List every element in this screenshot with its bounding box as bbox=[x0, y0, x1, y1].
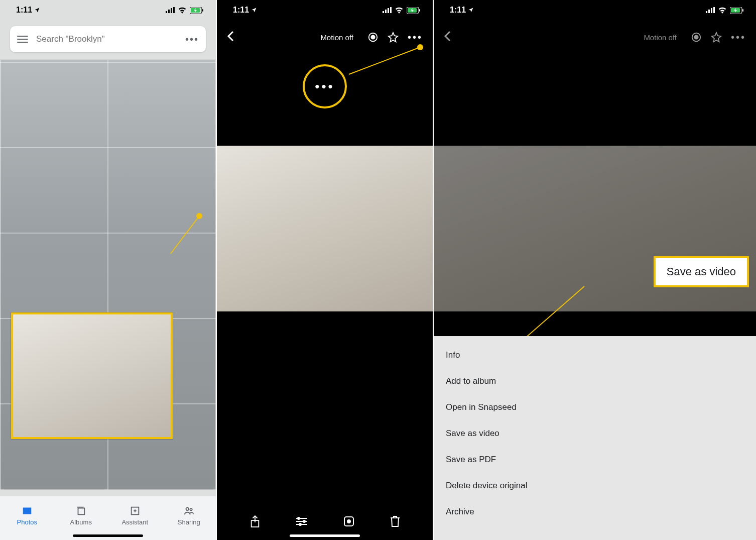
photo-grid[interactable] bbox=[0, 60, 216, 490]
location-arrow-icon bbox=[34, 7, 40, 13]
more-dots-icon: ••• bbox=[315, 79, 334, 94]
svg-rect-1 bbox=[168, 10, 170, 13]
svg-rect-14 bbox=[385, 10, 387, 13]
chevron-left-icon bbox=[444, 31, 451, 42]
svg-rect-30 bbox=[708, 10, 710, 13]
tab-label: Albums bbox=[70, 518, 92, 526]
battery-icon bbox=[730, 7, 744, 14]
chevron-left-icon bbox=[227, 31, 234, 42]
motion-toggle[interactable]: Motion off bbox=[320, 33, 353, 42]
share-icon bbox=[249, 515, 261, 528]
svg-point-11 bbox=[186, 508, 189, 511]
svg-rect-3 bbox=[173, 7, 175, 13]
menu-info[interactable]: Info bbox=[434, 342, 756, 368]
tab-photos[interactable]: Photos bbox=[0, 496, 54, 540]
more-button[interactable]: ••• bbox=[408, 32, 423, 43]
tab-label: Sharing bbox=[178, 518, 200, 526]
location-arrow-icon bbox=[468, 7, 474, 13]
status-bar: 1:11 bbox=[434, 0, 756, 20]
svg-rect-32 bbox=[713, 7, 715, 13]
favorite-button bbox=[711, 32, 722, 43]
home-indicator bbox=[290, 534, 360, 537]
svg-line-22 bbox=[349, 47, 420, 74]
svg-rect-9 bbox=[78, 508, 85, 515]
share-button[interactable] bbox=[249, 515, 261, 530]
svg-point-21 bbox=[371, 35, 374, 39]
battery-icon bbox=[407, 7, 421, 14]
location-arrow-icon bbox=[251, 7, 257, 13]
menu-archive[interactable]: Archive bbox=[434, 499, 756, 525]
menu-save-as-pdf[interactable]: Save as PDF bbox=[434, 447, 756, 473]
sharing-icon bbox=[183, 505, 194, 516]
screen-photo-viewer: 1:11 Motion off ••• ••• bbox=[217, 0, 433, 540]
motion-toggle: Motion off bbox=[644, 33, 677, 42]
search-bar[interactable]: ••• bbox=[10, 26, 206, 52]
more-icon[interactable]: ••• bbox=[185, 34, 199, 45]
menu-save-as-video[interactable]: Save as video bbox=[434, 420, 756, 447]
tab-label: Photos bbox=[17, 518, 37, 526]
back-button[interactable] bbox=[227, 30, 234, 45]
wifi-icon bbox=[395, 7, 404, 14]
svg-point-28 bbox=[347, 520, 350, 523]
svg-rect-35 bbox=[742, 9, 743, 12]
svg-rect-6 bbox=[202, 9, 203, 12]
callout-more-circle: ••• bbox=[303, 64, 347, 109]
lens-icon bbox=[343, 515, 355, 527]
battery-icon bbox=[190, 7, 204, 14]
status-bar: 1:11 bbox=[0, 0, 216, 20]
wifi-icon bbox=[178, 7, 187, 14]
svg-rect-13 bbox=[383, 11, 384, 13]
menu-add-to-album[interactable]: Add to album bbox=[434, 368, 756, 394]
svg-rect-29 bbox=[706, 11, 707, 13]
menu-icon[interactable] bbox=[17, 36, 28, 43]
screen-photos-grid: 1:11 ••• Photos Albums Assistant bbox=[0, 0, 216, 540]
svg-rect-0 bbox=[166, 11, 167, 13]
trash-icon bbox=[390, 515, 401, 527]
motion-icon[interactable] bbox=[367, 32, 379, 43]
screen-action-sheet: 1:11 Motion off ••• Save as video Info bbox=[434, 0, 756, 540]
viewer-top-bar: Motion off ••• bbox=[217, 25, 433, 49]
photo-viewport[interactable] bbox=[217, 146, 433, 311]
svg-rect-19 bbox=[419, 9, 420, 12]
status-time: 1:11 bbox=[450, 6, 466, 15]
cellular-icon bbox=[166, 7, 175, 13]
tab-label: Assistant bbox=[121, 518, 148, 526]
tab-albums[interactable]: Albums bbox=[54, 496, 108, 540]
menu-open-in-snapseed[interactable]: Open in Snapseed bbox=[434, 394, 756, 420]
more-button: ••• bbox=[731, 32, 746, 43]
callout-label: Save as video bbox=[667, 265, 736, 278]
star-icon bbox=[711, 32, 722, 43]
star-icon bbox=[388, 32, 399, 43]
selected-photo-highlight[interactable] bbox=[11, 312, 173, 439]
viewer-bottom-bar bbox=[217, 515, 433, 530]
svg-point-25 bbox=[303, 520, 305, 522]
svg-point-26 bbox=[299, 523, 301, 525]
svg-rect-2 bbox=[171, 8, 172, 13]
action-sheet: Info Add to album Open in Snapseed Save … bbox=[434, 336, 756, 540]
callout-dot bbox=[417, 44, 423, 50]
svg-rect-16 bbox=[390, 7, 392, 13]
svg-point-37 bbox=[694, 35, 698, 39]
motion-icon bbox=[691, 32, 702, 43]
lens-button[interactable] bbox=[343, 515, 355, 529]
wifi-icon bbox=[718, 7, 727, 14]
bottom-tabs: Photos Albums Assistant Sharing bbox=[0, 496, 216, 540]
sliders-icon bbox=[295, 516, 308, 527]
tab-sharing[interactable]: Sharing bbox=[162, 496, 216, 540]
status-time: 1:11 bbox=[233, 6, 249, 15]
viewer-top-bar-dimmed: Motion off ••• bbox=[434, 25, 756, 49]
edit-button[interactable] bbox=[295, 516, 308, 529]
svg-rect-15 bbox=[388, 8, 389, 13]
search-input[interactable] bbox=[36, 34, 185, 44]
tab-assistant[interactable]: Assistant bbox=[108, 496, 162, 540]
delete-button[interactable] bbox=[390, 515, 401, 529]
svg-point-12 bbox=[190, 508, 192, 510]
home-indicator bbox=[73, 534, 143, 537]
status-bar: 1:11 bbox=[217, 0, 433, 20]
status-time: 1:11 bbox=[16, 6, 32, 15]
favorite-button[interactable] bbox=[388, 32, 399, 43]
cellular-icon bbox=[383, 7, 392, 13]
menu-delete-device-original[interactable]: Delete device original bbox=[434, 473, 756, 499]
svg-point-24 bbox=[298, 517, 300, 519]
albums-icon bbox=[75, 505, 86, 516]
